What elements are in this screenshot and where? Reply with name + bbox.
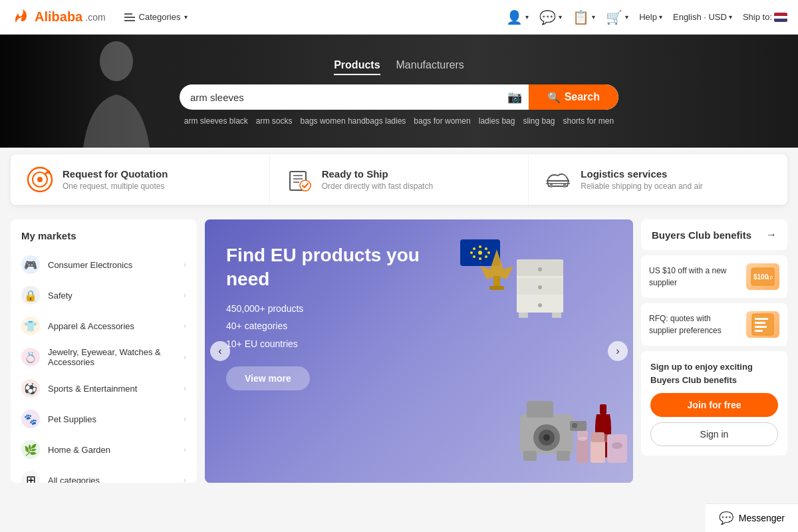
banner-title: Find EU products you need xyxy=(226,243,439,292)
product-dresser-icon xyxy=(513,253,567,321)
camera-search-icon[interactable]: 📷 xyxy=(501,84,529,110)
service-rfq[interactable]: Request for Quotation One request, multi… xyxy=(11,154,270,205)
home-icon: 🌿 xyxy=(21,440,40,459)
jewelry-icon: 💍 xyxy=(21,348,40,366)
clipboard-icon: 📋 xyxy=(573,9,589,25)
sidebar-item-pets[interactable]: 🐾 Pet Supplies › xyxy=(11,404,197,434)
cart-button[interactable]: 🛒 ▾ xyxy=(606,9,628,25)
logistics-title: Logistics services xyxy=(581,168,702,180)
sidebar-item-sports[interactable]: ⚽ Sports & Entertainment › xyxy=(11,373,197,404)
buyers-club-panel: Buyers Club benefits → US $10 off with a… xyxy=(641,219,787,483)
suggestion-2[interactable]: arm socks xyxy=(256,116,293,126)
pets-arrow-icon: › xyxy=(184,414,186,424)
sidebar-item-safety[interactable]: 🔒 Safety › xyxy=(11,280,197,311)
buyers-club-header: Buyers Club benefits → xyxy=(641,219,787,250)
search-button-label: Search xyxy=(565,91,600,103)
categories-button[interactable]: Categories ▾ xyxy=(119,9,194,25)
sidebar-item-all[interactable]: ⊞ All categories › xyxy=(11,465,197,483)
svg-rect-56 xyxy=(752,314,773,335)
messenger-bar[interactable]: 💬 Messenger xyxy=(706,503,798,532)
benefit-1-text: US $10 off with a new supplier xyxy=(649,265,739,289)
svg-rect-12 xyxy=(563,184,566,188)
svg-point-21 xyxy=(470,251,473,254)
sidebar-item-electronics[interactable]: 🎮 Consumer Electronics › xyxy=(11,249,197,280)
pets-label: Pet Supplies xyxy=(48,414,176,424)
sidebar-item-jewelry[interactable]: 💍 Jewelry, Eyewear, Watches & Accessorie… xyxy=(11,341,197,373)
suggestion-3[interactable]: bags women handbags ladies xyxy=(301,116,406,126)
search-bar: 📷 🔍 Search xyxy=(180,84,618,110)
logistics-info: Logistics services Reliable shipping by … xyxy=(581,168,702,191)
search-tabs: Products Manufacturers xyxy=(334,59,464,75)
sports-arrow-icon: › xyxy=(184,384,186,393)
sign-in-button[interactable]: Sign in xyxy=(650,422,778,446)
rfq-desc: One request, multiple quotes xyxy=(63,182,168,191)
help-button[interactable]: Help ▾ xyxy=(639,12,662,22)
svg-point-48 xyxy=(538,267,542,271)
logo[interactable]: Alibaba.com xyxy=(11,7,106,28)
suggestion-6[interactable]: sling bag xyxy=(523,116,555,126)
suggestion-7[interactable]: shorts for men xyxy=(563,116,614,126)
orders-button[interactable]: 📋 ▾ xyxy=(573,9,595,25)
buyers-club-arrow-icon[interactable]: → xyxy=(766,229,777,241)
benefit-card-2[interactable]: RFQ: quotes with supplier preferences xyxy=(641,303,787,346)
banner-cta-button[interactable]: View more xyxy=(226,366,310,390)
banner-section: ‹ Find EU products you need 450,000+ pro… xyxy=(205,219,633,483)
svg-text:10: 10 xyxy=(767,275,773,281)
messages-chevron-icon: ▾ xyxy=(559,13,562,21)
search-input[interactable] xyxy=(180,85,501,110)
search-button[interactable]: 🔍 Search xyxy=(529,84,618,110)
suggestion-5[interactable]: ladies bag xyxy=(479,116,515,126)
svg-point-50 xyxy=(538,303,542,307)
all-arrow-icon: › xyxy=(184,475,186,483)
sidebar-item-apparel[interactable]: 👕 Apparel & Accessories › xyxy=(11,311,197,341)
sidebar-item-home[interactable]: 🌿 Home & Garden › xyxy=(11,434,197,465)
join-free-button[interactable]: Join for free xyxy=(650,393,778,417)
electronics-arrow-icon: › xyxy=(184,260,186,269)
home-label: Home & Garden xyxy=(48,445,176,455)
us-flag-icon xyxy=(774,13,787,22)
svg-rect-59 xyxy=(755,326,767,328)
cart-chevron-icon: ▾ xyxy=(625,13,628,21)
svg-rect-31 xyxy=(557,451,570,461)
signup-section: Sign up to enjoy exciting Buyers Club be… xyxy=(641,351,787,456)
svg-rect-11 xyxy=(550,184,553,188)
tab-manufacturers[interactable]: Manufacturers xyxy=(396,59,464,75)
svg-point-49 xyxy=(538,285,542,289)
product-makeup-icon xyxy=(573,418,630,469)
language-button[interactable]: English · USD ▾ xyxy=(673,12,732,22)
banner-next-button[interactable]: › xyxy=(608,341,628,361)
suggestion-4[interactable]: bags for women xyxy=(414,116,470,126)
banner-prev-button[interactable]: ‹ xyxy=(210,341,230,361)
service-rts[interactable]: Ready to Ship Order directly with fast d… xyxy=(270,154,529,205)
hero-section: Products Manufacturers 📷 🔍 Search arm sl… xyxy=(0,35,798,148)
tab-products[interactable]: Products xyxy=(334,59,380,75)
benefit-2-text: RFQ: quotes with supplier preferences xyxy=(649,313,739,336)
benefit-card-1[interactable]: US $10 off with a new supplier $100 10 xyxy=(641,255,787,298)
rfq-info: Request for Quotation One request, multi… xyxy=(63,168,168,191)
hamburger-icon xyxy=(124,13,135,21)
language-label: English · USD xyxy=(673,12,727,22)
svg-rect-57 xyxy=(755,318,768,320)
service-logistics[interactable]: Logistics services Reliable shipping by … xyxy=(529,154,787,205)
svg-point-40 xyxy=(578,437,587,441)
svg-rect-52 xyxy=(552,313,561,318)
search-suggestions: arm sleeves black arm socks bags women h… xyxy=(184,116,614,126)
header-right: 👤 ▾ 💬 ▾ 📋 ▾ 🛒 ▾ Help ▾ English · USD ▾ S… xyxy=(506,9,787,25)
apparel-arrow-icon: › xyxy=(184,321,186,331)
electronics-label: Consumer Electronics xyxy=(48,260,176,270)
apparel-icon: 👕 xyxy=(21,317,40,335)
rfq-benefit-icon xyxy=(746,311,779,338)
all-categories-icon: ⊞ xyxy=(21,471,40,483)
ship-to-label: Ship to: xyxy=(743,12,772,22)
help-label: Help xyxy=(639,12,657,22)
account-icon: 👤 xyxy=(506,9,523,25)
svg-marker-41 xyxy=(480,249,513,279)
all-label: All categories xyxy=(48,475,176,483)
account-button[interactable]: 👤 ▾ xyxy=(506,9,529,25)
ship-to-button[interactable]: Ship to: xyxy=(743,12,787,22)
messenger-icon: 💬 xyxy=(719,511,733,525)
sports-icon: ⚽ xyxy=(21,379,40,398)
messages-button[interactable]: 💬 ▾ xyxy=(539,9,562,25)
suggestion-1[interactable]: arm sleeves black xyxy=(184,116,248,126)
svg-rect-37 xyxy=(591,432,604,442)
